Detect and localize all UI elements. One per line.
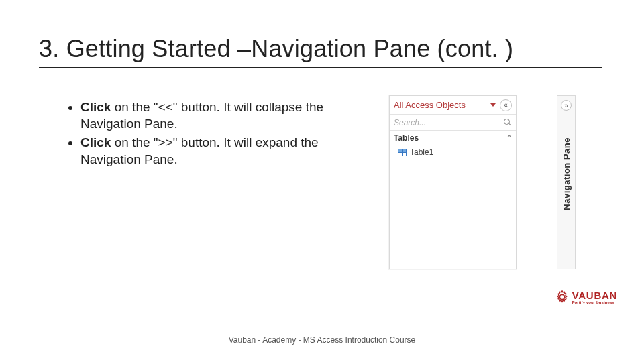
svg-point-0	[559, 294, 564, 299]
navpane-header-label: All Access Objects	[394, 100, 490, 110]
vauban-logo: VAUBAN Fortify your business	[555, 290, 617, 304]
group-collapse-icon: ⌃	[506, 134, 512, 141]
table-icon	[398, 149, 407, 156]
search-icon	[504, 119, 512, 127]
bullet-2-text: on the ">>" button. It will expand the N…	[80, 135, 319, 166]
slide-title: 3. Getting Started –Navigation Pane (con…	[39, 35, 602, 68]
collapse-button[interactable]: «	[500, 99, 512, 111]
navpane-screenshot-collapsed: » Navigation Pane	[557, 95, 576, 269]
navpane-group-label: Tables	[394, 133, 419, 143]
navpane-item-table1[interactable]: Table1	[390, 145, 516, 159]
expand-button[interactable]: »	[561, 100, 572, 111]
logo-name: VAUBAN	[572, 290, 617, 300]
navpane-search-row[interactable]: Search...	[390, 115, 516, 131]
bullet-1-bold: Click	[80, 100, 111, 114]
logo-tagline: Fortify your business	[572, 300, 617, 304]
navpane-item-label: Table1	[410, 147, 433, 157]
navpane-group-tables[interactable]: Tables ⌃	[390, 131, 516, 145]
bullet-list: Click on the "<<" button. It will collap…	[67, 99, 369, 171]
dropdown-arrow-icon	[490, 103, 496, 107]
bullet-2-bold: Click	[80, 135, 111, 149]
navpane-collapsed-label: Navigation Pane	[561, 137, 572, 210]
slide-footer: Vauban - Academy - MS Access Introductio…	[0, 335, 644, 345]
navpane-header: All Access Objects «	[390, 96, 516, 115]
navpane-search-placeholder: Search...	[394, 118, 504, 127]
navpane-screenshot-expanded: All Access Objects « Search... Tables ⌃ …	[389, 95, 517, 269]
gear-icon	[555, 290, 570, 304]
bullet-2: Click on the ">>" button. It will expand…	[80, 135, 369, 168]
bullet-1: Click on the "<<" button. It will collap…	[80, 99, 369, 132]
bullet-1-text: on the "<<" button. It will collapse the…	[80, 100, 323, 131]
